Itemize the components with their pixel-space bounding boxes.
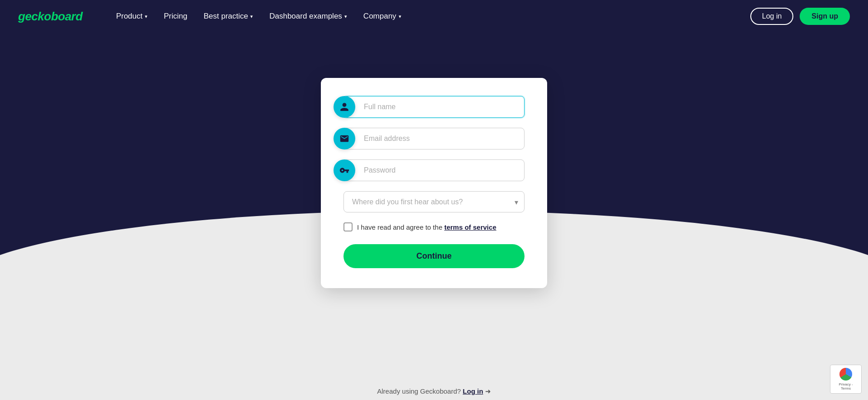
terms-link[interactable]: terms of service (444, 223, 496, 231)
key-icon (334, 159, 355, 181)
nav-item-best-practice[interactable]: Best practice ▾ (197, 8, 259, 24)
nav-actions: Log in Sign up (750, 8, 850, 25)
signup-button[interactable]: Sign up (800, 8, 850, 25)
continue-button[interactable]: Continue (343, 244, 525, 268)
login-button[interactable]: Log in (750, 8, 794, 25)
email-icon (334, 128, 355, 149)
fullname-input[interactable] (343, 96, 525, 118)
password-input[interactable] (343, 159, 525, 181)
recaptcha-logo (839, 368, 852, 381)
fullname-input-group (343, 96, 525, 118)
hear-about-us-wrapper: Where did you first hear about us? Googl… (343, 191, 525, 212)
terms-row: I have read and agree to the terms of se… (343, 222, 525, 231)
nav-item-dashboard-examples[interactable]: Dashboard examples ▾ (263, 8, 353, 24)
terms-label: I have read and agree to the terms of se… (357, 223, 496, 231)
chevron-down-icon: ▾ (145, 14, 148, 19)
hero-section: Where did you first hear about us? Googl… (0, 33, 868, 400)
logo[interactable]: geckoboard (18, 10, 82, 24)
chevron-down-icon: ▾ (344, 14, 347, 19)
hear-about-us-select[interactable]: Where did you first hear about us? Googl… (343, 191, 525, 212)
email-input-group (343, 128, 525, 149)
recaptcha-badge: Privacy - Terms (830, 365, 862, 394)
recaptcha-text: Privacy - Terms (834, 382, 858, 390)
chevron-down-icon: ▾ (250, 14, 253, 19)
nav-item-product[interactable]: Product ▾ (110, 8, 154, 24)
nav-links: Product ▾ Pricing Best practice ▾ Dashbo… (110, 8, 750, 24)
nav-item-pricing[interactable]: Pricing (157, 8, 194, 24)
login-link[interactable]: Log in (463, 387, 483, 395)
signup-form-card: Where did you first hear about us? Googl… (321, 78, 547, 288)
person-icon (334, 96, 355, 118)
chevron-down-icon: ▾ (399, 14, 401, 19)
already-using-text: Already using Geckoboard? Log in ➜ (377, 387, 491, 395)
navigation: geckoboard Product ▾ Pricing Best practi… (0, 0, 868, 33)
nav-item-company[interactable]: Company ▾ (357, 8, 408, 24)
password-input-group (343, 159, 525, 181)
email-input[interactable] (343, 128, 525, 149)
terms-checkbox[interactable] (343, 222, 353, 231)
